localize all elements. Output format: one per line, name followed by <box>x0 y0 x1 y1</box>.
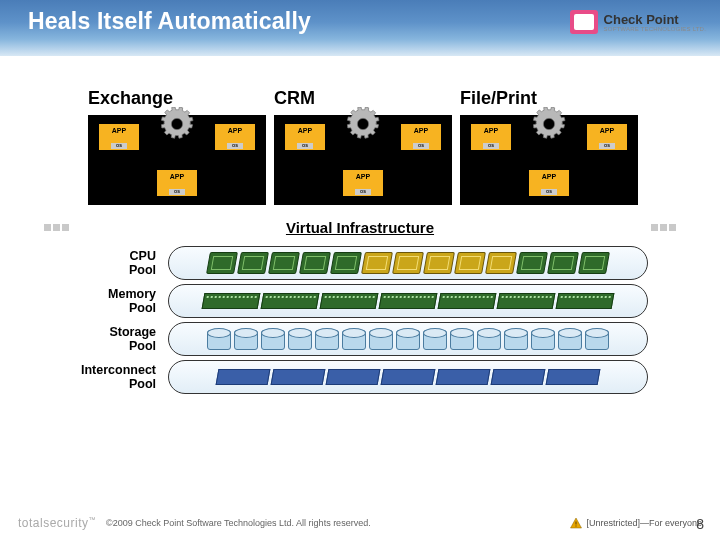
pool-row-cpu: CPUPool <box>20 246 700 280</box>
app-label: APP <box>542 173 556 180</box>
pool-row-memory: MemoryPool <box>20 284 700 318</box>
logo-text: Check Point <box>604 13 706 26</box>
app-label: APP <box>484 127 498 134</box>
os-label: OS <box>541 189 557 195</box>
logo-subtext: SOFTWARE TECHNOLOGIES LTD. <box>604 26 706 32</box>
warning-icon <box>570 517 582 529</box>
gear-icon <box>160 107 194 141</box>
os-label: OS <box>355 189 371 195</box>
pool-row-storage: StoragePool <box>20 322 700 356</box>
vm-group-exchange: APPOS APPOS APPOS <box>88 115 266 205</box>
app-label: APP <box>228 127 242 134</box>
group-label-crm: CRM <box>274 88 460 109</box>
pool-label: Memory <box>108 287 156 301</box>
app-label: APP <box>600 127 614 134</box>
dots-icon <box>651 224 676 231</box>
gear-icon <box>532 107 566 141</box>
os-label: OS <box>483 143 499 149</box>
app-box: APPOS <box>400 123 442 151</box>
app-label: APP <box>414 127 428 134</box>
diagram-stage: Exchange CRM File/Print APPOS APPOS APPO… <box>0 56 720 394</box>
svg-rect-1 <box>576 526 577 527</box>
app-box: APPOS <box>214 123 256 151</box>
group-label-fileprint: File/Print <box>460 88 646 109</box>
os-label: OS <box>227 143 243 149</box>
pool-label: Storage <box>109 325 156 339</box>
pool-label: Pool <box>129 377 156 391</box>
pool-label: Pool <box>129 301 156 315</box>
os-label: OS <box>169 189 185 195</box>
svg-rect-0 <box>576 522 577 525</box>
app-box: APPOS <box>284 123 326 151</box>
storage-pool-box <box>168 322 648 356</box>
os-label: OS <box>599 143 615 149</box>
app-box: APPOS <box>342 169 384 197</box>
vendor-logo: Check Point SOFTWARE TECHNOLOGIES LTD. <box>570 10 706 34</box>
footer-brand: totalsecurity™ <box>18 516 96 530</box>
slide-header: Heals Itself Automatically Check Point S… <box>0 0 720 56</box>
virtual-infra-label: Virtual Infrastructure <box>69 219 651 236</box>
os-label: OS <box>297 143 313 149</box>
pool-label: Pool <box>129 263 156 277</box>
group-label-exchange: Exchange <box>88 88 274 109</box>
vm-group-fileprint: APPOS APPOS APPOS <box>460 115 638 205</box>
footer-classification: [Unrestricted]—For everyone <box>570 517 702 529</box>
app-box: APPOS <box>98 123 140 151</box>
pool-label: Interconnect <box>81 363 156 377</box>
app-label: APP <box>170 173 184 180</box>
app-label: APP <box>356 173 370 180</box>
dots-icon <box>44 224 69 231</box>
slide-footer: totalsecurity™ ©2009 Check Point Softwar… <box>0 506 720 540</box>
gear-icon <box>346 107 380 141</box>
app-label: APP <box>298 127 312 134</box>
logo-badge-icon <box>570 10 598 34</box>
pool-label: CPU <box>130 249 156 263</box>
pool-label: Pool <box>129 339 156 353</box>
app-box: APPOS <box>586 123 628 151</box>
cpu-pool-box <box>168 246 648 280</box>
app-box: APPOS <box>156 169 198 197</box>
os-label: OS <box>413 143 429 149</box>
pool-row-interconnect: InterconnectPool <box>20 360 700 394</box>
interconnect-pool-box <box>168 360 648 394</box>
memory-pool-box <box>168 284 648 318</box>
app-box: APPOS <box>470 123 512 151</box>
os-label: OS <box>111 143 127 149</box>
vm-group-crm: APPOS APPOS APPOS <box>274 115 452 205</box>
footer-copyright: ©2009 Check Point Software Technologies … <box>106 518 570 528</box>
app-box: APPOS <box>528 169 570 197</box>
app-label: APP <box>112 127 126 134</box>
page-number: 8 <box>696 516 704 532</box>
